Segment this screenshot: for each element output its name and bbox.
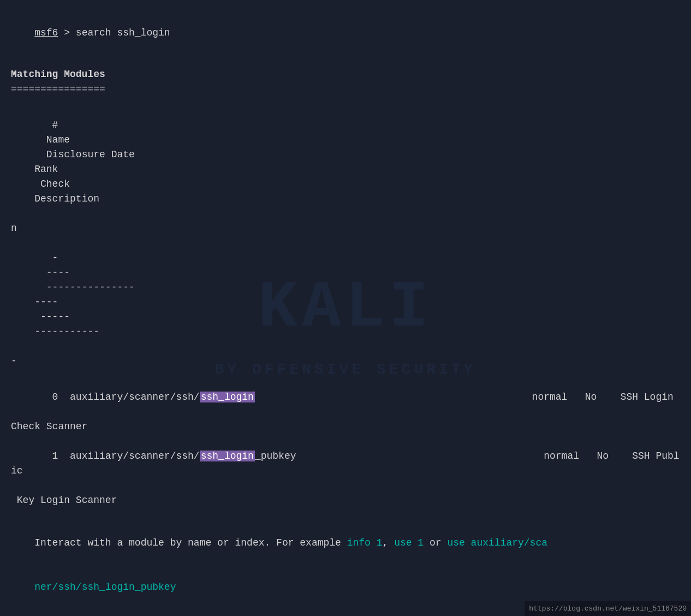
table-row-0: 0 auxiliary/scanner/ssh/ssh_login normal…: [11, 375, 680, 419]
interact-comma: ,: [383, 537, 395, 548]
url-bar: https://blog.csdn.net/weixin_51167520: [525, 601, 691, 617]
table-row-1-cont: Key Login Scanner: [11, 493, 680, 508]
interact-line: Interact with a module by name or index.…: [11, 521, 680, 565]
row1-num: 1 auxiliary/scanner/ssh/: [34, 451, 199, 461]
command-line-1: msf6 > search ssh_login: [11, 11, 680, 55]
table-row-0-cont: Check Scanner: [11, 419, 680, 434]
table-header-row: # Name Disclosure Date Rank Check Descri…: [11, 103, 680, 221]
row0-num: 0 auxiliary/scanner/ssh/: [34, 392, 199, 402]
interact-use2b: ner/ssh/ssh_login_pubkey: [34, 582, 176, 593]
col-name-header: Name: [34, 134, 394, 145]
sep-hash: -: [34, 252, 64, 263]
row0-highlight: ssh_login: [200, 392, 255, 402]
section-underline: ================: [11, 82, 680, 97]
command-1: > search ssh_login: [58, 27, 170, 38]
row1-highlight: ssh_login: [200, 451, 255, 461]
sep-name: ----: [34, 267, 394, 278]
sep-date: ---------------: [34, 282, 146, 293]
section-title: Matching Modules: [11, 67, 680, 82]
sep-check: -----: [34, 311, 81, 322]
interact-use2: use auxiliary/sca: [447, 537, 547, 548]
table-separator-row: - ---- --------------- ---- ----- ------…: [11, 236, 680, 354]
table-row-1: 1 auxiliary/scanner/ssh/ssh_login_pubkey…: [11, 434, 680, 493]
interact-prefix: Interact with a module by name or index.…: [34, 537, 347, 548]
row0-spaces: normal No SSH Login: [255, 392, 674, 402]
sep-desc: -----------: [34, 326, 99, 337]
msf-prompt-1: msf6: [34, 27, 58, 38]
interact-or: or: [424, 537, 447, 548]
interact-use1: use 1: [394, 537, 424, 548]
table-header-cont: n: [11, 221, 680, 236]
col-hash-header: #: [34, 120, 64, 131]
table-sep-cont: -: [11, 354, 680, 369]
col-desc-header: Description: [34, 193, 99, 204]
interact-info: info 1: [347, 537, 383, 548]
terminal: msf6 > search ssh_login Matching Modules…: [11, 11, 680, 616]
col-date-header: Disclosure Date: [34, 149, 146, 160]
col-rank-header: Rank: [34, 164, 81, 175]
col-check-header: Check: [34, 179, 81, 189]
sep-rank: ----: [34, 297, 81, 307]
